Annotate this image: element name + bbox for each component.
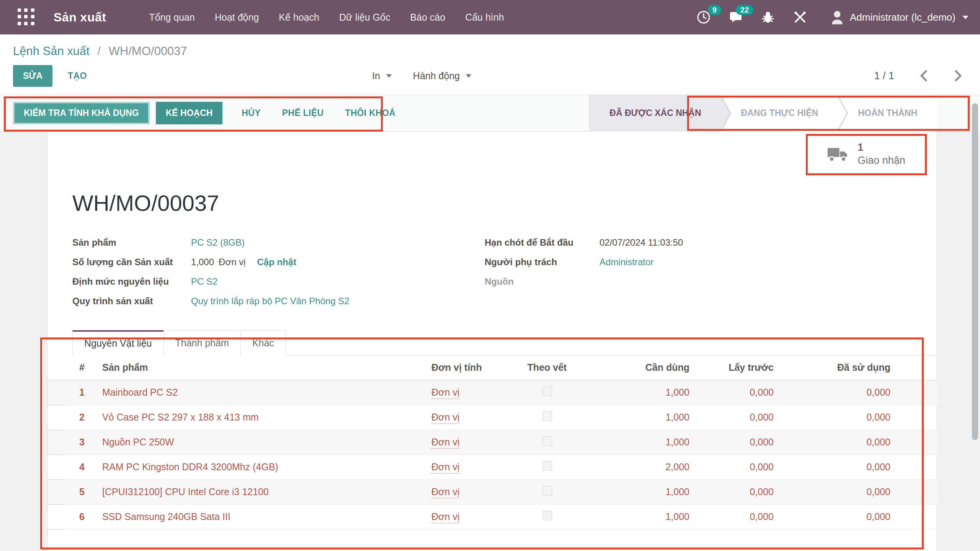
delivery-stat-button[interactable]: 1 Giao nhận <box>806 134 926 174</box>
pager-next-icon[interactable] <box>953 70 963 82</box>
field-grid: Sản phẩm PC S2 (8GB) Số lượng cần Sản xu… <box>72 237 937 308</box>
menu-item-reporting[interactable]: Báo cáo <box>410 12 445 23</box>
row-5-product-link[interactable]: [CPUI312100] CPU Intel Core i3 12100 <box>102 486 269 497</box>
edit-button[interactable]: SỬA <box>13 65 52 87</box>
menu-item-operations[interactable]: Hoạt động <box>215 12 259 23</box>
field-responsible-value-link[interactable]: Administrator <box>599 257 653 267</box>
tab-components[interactable]: Nguyên Vật liệu <box>72 330 164 355</box>
user-menu-caret-icon <box>962 16 969 19</box>
state-done[interactable]: HOÀN THÀNH <box>838 95 937 132</box>
row-3-product-link[interactable]: Nguồn PC 250W <box>102 437 174 447</box>
row-3-tracking-checkbox[interactable] <box>542 436 552 446</box>
row-6-product-link[interactable]: SSD Samsung 240GB Sata III <box>102 511 230 522</box>
state-confirmed[interactable]: ĐÃ ĐƯỢC XÁC NHẬN <box>590 95 721 132</box>
row-4-index: 4 <box>65 455 99 479</box>
components-table-header-row: # Sản phẩm Đơn vị tính Theo vết Cần dùng… <box>47 355 938 380</box>
activities-clock-icon[interactable]: 9 <box>696 10 711 25</box>
field-routing: Quy trình sản xuất Quy trình lắp ráp bộ … <box>72 296 485 308</box>
row-5-tracking-checkbox[interactable] <box>542 486 552 496</box>
row-1-uom: Đơn vị <box>431 387 459 399</box>
control-panel: Lệnh Sản xuất / WH/MO/00037 SỬA TẠO In H… <box>0 34 980 95</box>
row-1-consumed: 0,000 <box>777 380 893 405</box>
row-2-tracking-checkbox[interactable] <box>542 411 552 421</box>
field-quantity: Số lượng cần Sản xuất 1,000 Đơn vị Cập n… <box>72 257 485 269</box>
row-3-uom: Đơn vị <box>431 437 459 449</box>
material-row-6[interactable]: 6 SSD Samsung 240GB Sata III Đơn vị 1,00… <box>47 504 938 529</box>
check-availability-button[interactable]: KIỂM TRA TÍNH KHẢ DỤNG <box>13 102 150 124</box>
print-menu[interactable]: In <box>372 70 392 82</box>
field-product: Sản phẩm PC S2 (8GB) <box>72 237 485 249</box>
print-menu-label: In <box>372 70 380 82</box>
support-tools-icon[interactable] <box>792 10 808 25</box>
menu-item-configuration[interactable]: Cấu hình <box>465 12 504 23</box>
plan-button[interactable]: KẾ HOẠCH <box>156 102 223 124</box>
row-1-tracking-checkbox[interactable] <box>542 386 552 396</box>
material-row-4[interactable]: 4 RAM PC Kingston DDR4 3200Mhz (4GB) Đơn… <box>47 455 938 479</box>
state-pipeline: ĐÃ ĐƯỢC XÁC NHẬN ĐANG THỰC HIỆN HOÀN THÀ… <box>589 95 937 132</box>
field-source-label: Nguồn <box>485 276 599 287</box>
field-quantity-uom: Đơn vị <box>219 257 245 267</box>
form-sheet: 1 Giao nhận WH/MO/00037 Sản phẩm PC S2 (… <box>47 132 937 551</box>
fields-right-column: Hạn chót để Bắt đầu 02/07/2024 11:03:50 … <box>485 237 937 308</box>
material-row-1[interactable]: 1 Mainboard PC S2 Đơn vị 1,000 0,000 0,0… <box>47 380 938 405</box>
row-3-consumed: 0,000 <box>777 430 893 455</box>
action-menu-label: Hành động <box>413 70 460 82</box>
menu-item-planning[interactable]: Kế hoạch <box>279 12 319 23</box>
field-deadline-value: 02/07/2024 11:03:50 <box>599 237 683 248</box>
field-routing-value-link[interactable]: Quy trình lắp ráp bộ PC Văn Phòng S2 <box>191 296 350 306</box>
header-uom: Đơn vị tính <box>428 355 505 380</box>
row-5-index: 5 <box>65 479 99 504</box>
state-in-progress[interactable]: ĐANG THỰC HIỆN <box>721 95 838 132</box>
row-6-uom: Đơn vị <box>431 511 459 523</box>
debug-bug-icon[interactable] <box>760 10 776 25</box>
scrap-button[interactable]: PHẾ LIỆU <box>280 108 326 119</box>
print-caret-icon <box>386 74 392 78</box>
row-6-reserved: 0,000 <box>693 504 777 529</box>
field-deadline: Hạn chót để Bắt đầu 02/07/2024 11:03:50 <box>485 237 937 249</box>
row-4-product-link[interactable]: RAM PC Kingston DDR4 3200Mhz (4GB) <box>102 461 278 472</box>
cancel-button[interactable]: HỦY <box>239 108 263 119</box>
action-menu[interactable]: Hành động <box>413 70 471 82</box>
messages-chat-icon[interactable]: 22 <box>728 10 743 25</box>
scrollbar-thumb[interactable] <box>972 103 978 440</box>
menu-item-overview[interactable]: Tổng quan <box>149 12 195 23</box>
field-responsible-label: Người phụ trách <box>485 257 599 267</box>
row-1-product-link[interactable]: Mainboard PC S2 <box>102 387 178 398</box>
row-2-product-link[interactable]: Vỏ Case PC S2 297 x 188 x 413 mm <box>102 412 259 422</box>
row-2-to-consume: 1,000 <box>589 405 693 430</box>
row-6-tracking-checkbox[interactable] <box>542 511 552 520</box>
user-menu[interactable]: Administrator (lc_demo) <box>830 10 969 25</box>
pager-previous-icon[interactable] <box>919 70 929 82</box>
app-brand[interactable]: Sản xuất <box>54 10 106 24</box>
state-in-progress-label: ĐANG THỰC HIỆN <box>741 108 818 118</box>
header-to-consume: Cần dùng <box>589 355 693 380</box>
record-title: WH/MO/00037 <box>72 190 937 216</box>
breadcrumb-parent-link[interactable]: Lệnh Sản xuất <box>13 44 90 58</box>
unlock-button[interactable]: THÔI KHOÁ <box>343 108 398 119</box>
components-table: # Sản phẩm Đơn vị tính Theo vết Cần dùng… <box>47 355 938 530</box>
notebook-tabs: Nguyên Vật liệu Thành phẩm Khác <box>72 330 937 355</box>
state-done-label: HOÀN THÀNH <box>858 108 917 118</box>
update-quantity-link[interactable]: Cập nhật <box>257 257 296 267</box>
create-button[interactable]: TẠO <box>65 70 89 82</box>
delivery-count: 1 <box>858 141 905 154</box>
field-bom-value-link[interactable]: PC S2 <box>191 276 217 287</box>
field-product-value-link[interactable]: PC S2 (8GB) <box>191 237 245 248</box>
material-row-3[interactable]: 3 Nguồn PC 250W Đơn vị 1,000 0,000 0,000 <box>47 430 938 455</box>
material-row-5[interactable]: 5 [CPUI312100] CPU Intel Core i3 12100 Đ… <box>47 479 938 504</box>
row-4-reserved: 0,000 <box>693 455 777 479</box>
menu-item-master-data[interactable]: Dữ liệu Gốc <box>339 12 390 23</box>
pager: 1 / 1 <box>874 70 963 82</box>
row-5-uom: Đơn vị <box>431 486 459 499</box>
tab-finished-products[interactable]: Thành phẩm <box>163 330 241 355</box>
row-4-tracking-checkbox[interactable] <box>542 461 552 471</box>
apps-menu-icon[interactable] <box>18 8 35 26</box>
material-row-2[interactable]: 2 Vỏ Case PC S2 297 x 188 x 413 mm Đơn v… <box>47 405 938 430</box>
row-5-consumed: 0,000 <box>777 479 893 504</box>
header-consumed: Đã sử dụng <box>777 355 893 380</box>
tab-miscellaneous[interactable]: Khác <box>240 330 286 355</box>
breadcrumb-separator: / <box>98 44 101 58</box>
field-quantity-value: 1,000 <box>191 257 214 267</box>
row-1-reserved: 0,000 <box>693 380 777 405</box>
field-responsible: Người phụ trách Administrator <box>485 257 937 269</box>
